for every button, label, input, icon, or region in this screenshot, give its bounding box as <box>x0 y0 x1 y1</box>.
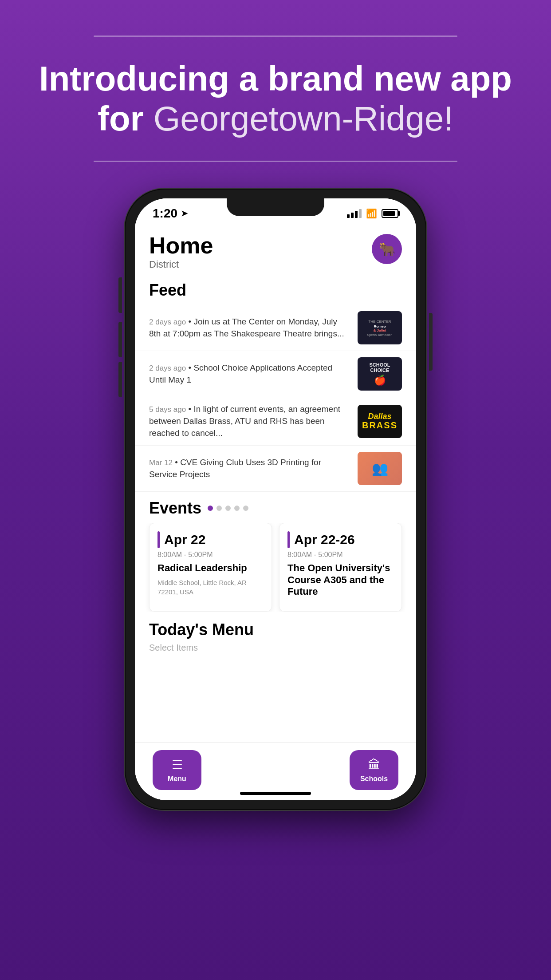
page-wrapper: Introducing a brand new app for Georgeto… <box>0 0 551 980</box>
status-time: 1:20 ➤ <box>153 206 188 221</box>
schools-nav-button[interactable]: 🏛 Schools <box>350 750 398 790</box>
feed-time: 5 days ago <box>149 405 186 414</box>
events-dot-1[interactable] <box>208 506 213 511</box>
events-dots <box>208 506 248 511</box>
events-dot-4[interactable] <box>234 506 240 511</box>
feed-thumbnail: 👥 <box>358 452 402 485</box>
event-date: Apr 22 <box>164 532 205 547</box>
event-card[interactable]: Apr 22 8:00AM - 5:00PM Radical Leadershi… <box>149 523 272 612</box>
header-divider-top <box>94 36 457 37</box>
event-date: Apr 22-26 <box>294 532 355 547</box>
schools-icon: 🏛 <box>368 758 380 772</box>
event-name: Radical Leadership <box>157 562 264 574</box>
headline-for: for <box>98 99 144 138</box>
event-name: The Open University's Course A305 and th… <box>287 562 394 597</box>
feed-item[interactable]: 2 days ago • School Choice Applications … <box>135 351 416 397</box>
event-date-bar <box>157 531 160 548</box>
home-indicator <box>240 792 311 795</box>
apple-icon: 🍎 <box>374 375 386 386</box>
phone-notch <box>227 198 324 216</box>
app-content: Home District 🐂 Feed 2 days ago • <box>135 223 416 800</box>
todays-menu-title: Today's Menu <box>149 620 402 639</box>
menu-nav-label: Menu <box>168 775 186 783</box>
menu-preview: Select Items <box>149 643 402 653</box>
event-time: 8:00AM - 5:00PM <box>157 551 264 559</box>
feed-thumbnail: THE CENTER Romeo & Juliet Special Admiss… <box>358 311 402 344</box>
events-dot-2[interactable] <box>216 506 222 511</box>
headline-line1: Introducing a brand new app <box>39 59 512 98</box>
feed-section-title: Feed <box>135 277 416 305</box>
events-dot-5[interactable] <box>243 506 248 511</box>
avatar[interactable]: 🐂 <box>372 234 402 264</box>
feed-item[interactable]: 2 days ago • Join us at The Center on Mo… <box>135 305 416 351</box>
phone-mockup: 1:20 ➤ 📶 <box>125 189 426 832</box>
event-date-bar <box>287 531 290 548</box>
avatar-image: 🐂 <box>379 241 395 257</box>
wifi-icon: 📶 <box>366 208 377 219</box>
events-header: Events <box>135 492 416 523</box>
schools-nav-label: Schools <box>360 775 388 783</box>
feed-item[interactable]: 5 days ago • In light of current events,… <box>135 397 416 446</box>
event-card[interactable]: Apr 22-26 8:00AM - 5:00PM The Open Unive… <box>279 523 402 612</box>
feed-item[interactable]: Mar 12 • CVE Giving Club Uses 3D Printin… <box>135 446 416 492</box>
feed-thumbnail: Dallas BRASS <box>358 405 402 438</box>
location-arrow-icon: ➤ <box>181 209 188 218</box>
events-section-title: Events <box>149 499 201 518</box>
app-home-title: Home <box>149 234 213 257</box>
phone-screen: 1:20 ➤ 📶 <box>135 198 416 800</box>
feed-thumbnail: SCHOOLCHOICE 🍎 <box>358 357 402 391</box>
event-time: 8:00AM - 5:00PM <box>287 551 394 559</box>
page-headline: Introducing a brand new app for Georgeto… <box>39 59 512 138</box>
signal-icon <box>347 209 362 218</box>
brass-text: BRASS <box>362 420 398 431</box>
todays-menu: Today's Menu Select Items <box>135 612 416 657</box>
headline-school: Georgetown-Ridge! <box>153 99 453 138</box>
menu-icon: ☰ <box>172 758 183 772</box>
events-row: Apr 22 8:00AM - 5:00PM Radical Leadershi… <box>135 523 416 612</box>
phone-body: 1:20 ➤ 📶 <box>125 189 426 810</box>
header-divider-bottom <box>94 161 457 162</box>
feed-body: • CVE Giving Club Uses 3D Printing for S… <box>149 458 321 479</box>
event-location: Middle School, Little Rock, AR 72201, US… <box>157 578 264 597</box>
events-dot-3[interactable] <box>225 506 231 511</box>
battery-icon <box>382 209 398 218</box>
feed-time: 2 days ago <box>149 318 186 326</box>
dallas-text: Dallas <box>362 412 398 420</box>
app-header: Home District 🐂 <box>135 223 416 277</box>
status-icons: 📶 <box>347 208 398 219</box>
menu-nav-button[interactable]: ☰ Menu <box>153 750 201 790</box>
header-section: Introducing a brand new app for Georgeto… <box>0 0 551 162</box>
feed-time: Mar 12 <box>149 458 173 467</box>
app-subtitle: District <box>149 259 213 270</box>
feed-time: 2 days ago <box>149 364 186 372</box>
